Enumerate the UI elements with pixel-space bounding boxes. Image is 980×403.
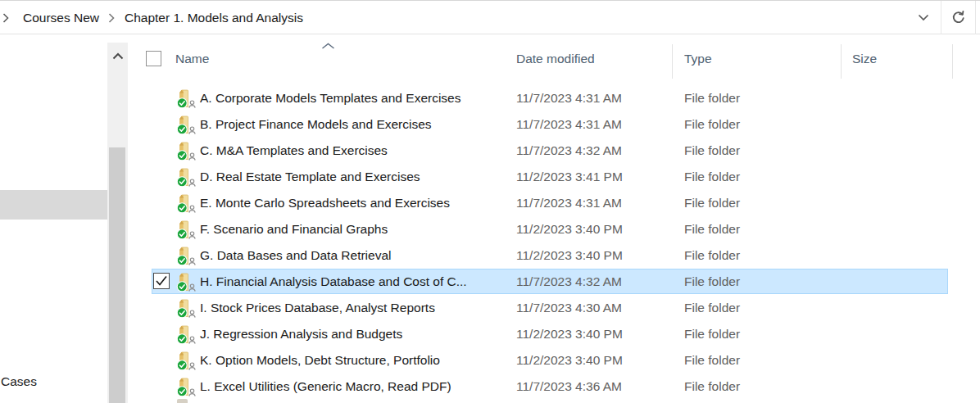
column-divider[interactable]: [952, 44, 953, 79]
sync-ok-badge-icon: [177, 98, 187, 108]
file-row[interactable]: G. Data Bases and Data Retrieval 11/2/20…: [128, 242, 980, 269]
file-date-modified: 11/2/2023 3:40 PM: [516, 248, 623, 263]
file-row[interactable]: C. M&A Templates and Exercises 11/7/2023…: [128, 138, 980, 164]
shared-person-icon: [189, 232, 195, 239]
shared-person-icon: [189, 310, 195, 318]
sync-ok-badge-icon: [177, 256, 187, 265]
file-type: File folder: [684, 143, 740, 158]
address-bar: Courses New Chapter 1. Models and Analys…: [0, 0, 980, 34]
file-row[interactable]: E. Monte Carlo Spreadsheets and Exercise…: [128, 190, 980, 216]
folder-icon: [175, 272, 198, 292]
column-header-name[interactable]: Name: [175, 52, 209, 66]
file-date-modified: 11/2/2023 3:40 PM: [516, 222, 623, 237]
file-row[interactable]: H. Financial Analysis Database and Cost …: [128, 269, 980, 295]
breadcrumb-item-parent[interactable]: Courses New: [23, 1, 99, 34]
breadcrumb-item-current[interactable]: Chapter 1. Models and Analysis: [125, 1, 303, 34]
file-type: File folder: [684, 353, 740, 368]
address-bar-controls: [905, 1, 976, 34]
folder-icon: [175, 351, 198, 370]
chevron-right-icon: [108, 12, 115, 24]
file-type: File folder: [684, 170, 740, 184]
sync-ok-badge-icon: [177, 151, 187, 161]
file-name: L. Excel Utilities (Generic Macro, Read …: [200, 379, 451, 394]
file-name: A. Corporate Models Templates and Exerci…: [200, 91, 461, 106]
shared-person-icon: [189, 363, 195, 370]
file-date-modified: 11/7/2023 4:31 AM: [516, 117, 622, 132]
nav-vertical-scrollbar[interactable]: [107, 43, 128, 403]
file-name: K. Option Models, Debt Structure, Portfo…: [200, 353, 440, 368]
file-date-modified: 11/7/2023 4:32 AM: [516, 274, 622, 289]
chevron-right-icon: [2, 12, 9, 24]
file-date-modified: 11/2/2023 3:41 PM: [516, 170, 623, 184]
chevron-up-icon: [112, 52, 124, 60]
sync-ok-badge-icon: [177, 308, 187, 318]
file-name: E. Monte Carlo Spreadsheets and Exercise…: [200, 196, 450, 211]
column-header-size[interactable]: Size: [852, 52, 877, 66]
sync-ok-badge-icon: [177, 334, 187, 344]
folder-icon: [175, 246, 198, 265]
file-row[interactable]: B. Project Finance Models and Exercises …: [128, 111, 980, 138]
folder-icon: [175, 193, 198, 213]
file-type: File folder: [684, 248, 740, 263]
shared-person-icon: [189, 179, 195, 187]
file-date-modified: 11/2/2023 3:40 PM: [516, 327, 623, 342]
nav-item-cases[interactable]: Cases: [1, 374, 37, 389]
file-explorer-window: Courses New Chapter 1. Models and Analys…: [0, 0, 980, 403]
file-name: B. Project Finance Models and Exercises: [200, 117, 432, 132]
file-date-modified: 11/7/2023 4:36 AM: [516, 379, 622, 394]
column-header-date-modified[interactable]: Date modified: [516, 52, 595, 66]
partial-next-row-icon: [177, 399, 188, 403]
address-dropdown-button[interactable]: [905, 1, 941, 34]
file-name: J. Regression Analysis and Budgets: [200, 327, 402, 342]
file-row[interactable]: A. Corporate Models Templates and Exerci…: [128, 85, 980, 111]
file-row[interactable]: J. Regression Analysis and Budgets 11/2/…: [128, 321, 980, 347]
chevron-down-icon: [918, 14, 929, 21]
refresh-icon: [951, 10, 966, 25]
file-name: D. Real Estate Template and Exercises: [200, 170, 420, 184]
column-divider[interactable]: [841, 44, 842, 79]
file-type: File folder: [684, 327, 740, 342]
folder-icon: [175, 324, 198, 344]
sync-ok-badge-icon: [177, 360, 187, 370]
sync-ok-badge-icon: [177, 177, 187, 187]
sync-ok-badge-icon: [177, 282, 187, 292]
file-date-modified: 11/2/2023 3:40 PM: [516, 353, 623, 368]
file-type: File folder: [684, 117, 740, 132]
file-name: C. M&A Templates and Exercises: [200, 143, 388, 158]
file-row[interactable]: K. Option Models, Debt Structure, Portfo…: [128, 347, 980, 374]
file-type: File folder: [684, 196, 740, 211]
scrollbar-thumb[interactable]: [109, 147, 125, 403]
file-name: I. Stock Prices Database, Analyst Report…: [200, 301, 435, 315]
checkmark-icon: [154, 274, 169, 288]
file-row[interactable]: D. Real Estate Template and Exercises 11…: [128, 164, 980, 190]
folder-icon: [175, 141, 198, 161]
sort-ascending-icon: [321, 43, 335, 50]
column-divider[interactable]: [672, 44, 673, 79]
folder-icon: [175, 88, 198, 108]
navigation-pane: Cases: [0, 35, 107, 403]
select-all-checkbox[interactable]: [146, 51, 161, 66]
folder-icon: [175, 298, 198, 318]
shared-person-icon: [189, 258, 195, 265]
file-type: File folder: [684, 91, 740, 106]
sync-ok-badge-icon: [177, 387, 187, 396]
folder-icon: [175, 220, 198, 239]
file-type: File folder: [684, 301, 740, 315]
file-row[interactable]: I. Stock Prices Database, Analyst Report…: [128, 295, 980, 321]
column-header-type[interactable]: Type: [684, 52, 712, 66]
scroll-up-button[interactable]: [107, 48, 128, 64]
file-date-modified: 11/7/2023 4:30 AM: [516, 301, 622, 315]
file-type: File folder: [684, 274, 740, 289]
shared-person-icon: [189, 153, 195, 161]
row-checkbox[interactable]: [153, 273, 170, 289]
file-date-modified: 11/7/2023 4:32 AM: [516, 143, 622, 158]
file-name: H. Financial Analysis Database and Cost …: [200, 274, 467, 289]
nav-selected-item[interactable]: [0, 190, 107, 220]
folder-icon: [175, 167, 198, 187]
file-date-modified: 11/7/2023 4:31 AM: [516, 196, 622, 211]
sync-ok-badge-icon: [177, 229, 187, 239]
folder-icon: [175, 377, 198, 396]
file-row[interactable]: L. Excel Utilities (Generic Macro, Read …: [128, 374, 980, 400]
file-row[interactable]: F. Scenario and Financial Graphs 11/2/20…: [128, 216, 980, 242]
refresh-button[interactable]: [941, 1, 976, 34]
